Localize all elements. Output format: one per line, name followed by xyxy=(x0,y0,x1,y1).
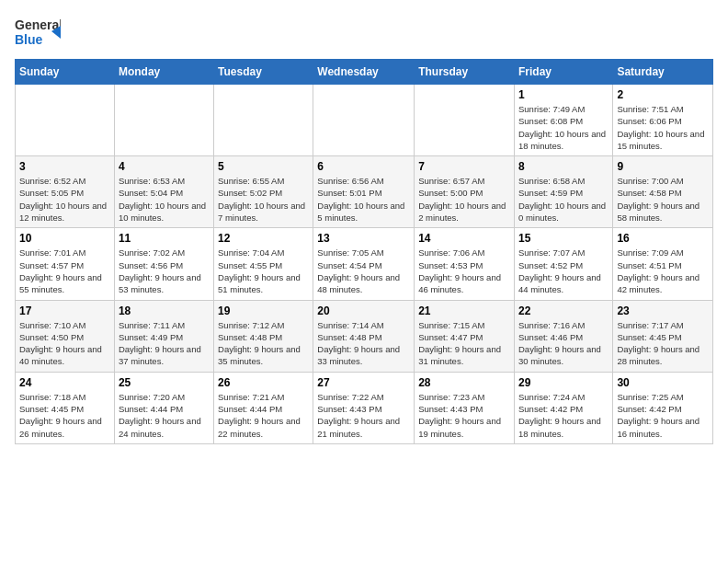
day-cell: 2Sunrise: 7:51 AM Sunset: 6:06 PM Daylig… xyxy=(613,85,713,156)
day-info: Sunrise: 6:58 AM Sunset: 4:59 PM Dayligh… xyxy=(518,175,609,224)
day-info: Sunrise: 7:17 AM Sunset: 4:45 PM Dayligh… xyxy=(617,319,709,368)
day-number: 6 xyxy=(317,160,410,173)
day-info: Sunrise: 7:21 AM Sunset: 4:44 PM Dayligh… xyxy=(218,391,309,440)
day-cell: 22Sunrise: 7:16 AM Sunset: 4:46 PM Dayli… xyxy=(514,300,612,372)
day-cell: 1Sunrise: 7:49 AM Sunset: 6:08 PM Daylig… xyxy=(514,85,612,156)
day-info: Sunrise: 7:00 AM Sunset: 4:58 PM Dayligh… xyxy=(617,175,709,224)
day-info: Sunrise: 7:15 AM Sunset: 4:47 PM Dayligh… xyxy=(418,319,510,368)
day-number: 28 xyxy=(418,376,510,389)
day-number: 1 xyxy=(518,88,609,101)
day-cell: 14Sunrise: 7:06 AM Sunset: 4:53 PM Dayli… xyxy=(415,228,515,300)
day-number: 30 xyxy=(617,376,709,389)
day-number: 14 xyxy=(418,232,510,245)
day-cell xyxy=(114,85,213,156)
day-number: 15 xyxy=(518,232,609,245)
day-info: Sunrise: 7:16 AM Sunset: 4:46 PM Dayligh… xyxy=(518,319,609,368)
logo: GeneralBlue xyxy=(15,15,61,52)
day-cell: 13Sunrise: 7:05 AM Sunset: 4:54 PM Dayli… xyxy=(313,228,415,300)
day-info: Sunrise: 7:51 AM Sunset: 6:06 PM Dayligh… xyxy=(617,103,709,152)
day-info: Sunrise: 7:01 AM Sunset: 4:57 PM Dayligh… xyxy=(19,247,110,295)
svg-text:Blue: Blue xyxy=(15,32,43,47)
col-header-tuesday: Tuesday xyxy=(214,60,313,85)
day-info: Sunrise: 7:20 AM Sunset: 4:44 PM Dayligh… xyxy=(119,391,210,440)
col-header-wednesday: Wednesday xyxy=(313,60,415,85)
day-cell: 23Sunrise: 7:17 AM Sunset: 4:45 PM Dayli… xyxy=(613,300,713,372)
day-number: 25 xyxy=(119,376,210,389)
day-info: Sunrise: 6:53 AM Sunset: 5:04 PM Dayligh… xyxy=(119,175,210,224)
day-cell: 3Sunrise: 6:52 AM Sunset: 5:05 PM Daylig… xyxy=(16,156,115,228)
day-info: Sunrise: 7:23 AM Sunset: 4:43 PM Dayligh… xyxy=(418,391,510,440)
day-cell: 5Sunrise: 6:55 AM Sunset: 5:02 PM Daylig… xyxy=(214,156,313,228)
day-cell: 29Sunrise: 7:24 AM Sunset: 4:42 PM Dayli… xyxy=(514,372,612,443)
day-info: Sunrise: 7:12 AM Sunset: 4:48 PM Dayligh… xyxy=(218,319,309,368)
day-cell: 15Sunrise: 7:07 AM Sunset: 4:52 PM Dayli… xyxy=(514,228,612,300)
col-header-sunday: Sunday xyxy=(16,60,115,85)
day-info: Sunrise: 7:25 AM Sunset: 4:42 PM Dayligh… xyxy=(617,391,709,440)
day-number: 8 xyxy=(518,160,609,173)
day-cell xyxy=(415,85,515,156)
day-number: 3 xyxy=(19,160,110,173)
day-cell: 17Sunrise: 7:10 AM Sunset: 4:50 PM Dayli… xyxy=(16,300,115,372)
day-cell: 28Sunrise: 7:23 AM Sunset: 4:43 PM Dayli… xyxy=(415,372,515,443)
day-number: 12 xyxy=(218,232,309,245)
day-cell: 10Sunrise: 7:01 AM Sunset: 4:57 PM Dayli… xyxy=(16,228,115,300)
day-cell: 21Sunrise: 7:15 AM Sunset: 4:47 PM Dayli… xyxy=(415,300,515,372)
col-header-thursday: Thursday xyxy=(415,60,515,85)
day-info: Sunrise: 7:18 AM Sunset: 4:45 PM Dayligh… xyxy=(19,391,110,440)
day-cell: 7Sunrise: 6:57 AM Sunset: 5:00 PM Daylig… xyxy=(415,156,515,228)
day-cell xyxy=(313,85,415,156)
day-cell: 26Sunrise: 7:21 AM Sunset: 4:44 PM Dayli… xyxy=(214,372,313,443)
day-number: 22 xyxy=(518,304,609,317)
day-number: 13 xyxy=(317,232,410,245)
col-header-friday: Friday xyxy=(514,60,612,85)
day-number: 16 xyxy=(617,232,709,245)
day-cell: 30Sunrise: 7:25 AM Sunset: 4:42 PM Dayli… xyxy=(613,372,713,443)
day-cell: 8Sunrise: 6:58 AM Sunset: 4:59 PM Daylig… xyxy=(514,156,612,228)
day-number: 5 xyxy=(218,160,309,173)
day-number: 26 xyxy=(218,376,309,389)
day-cell: 27Sunrise: 7:22 AM Sunset: 4:43 PM Dayli… xyxy=(313,372,415,443)
day-number: 4 xyxy=(119,160,210,173)
week-row-0: 1Sunrise: 7:49 AM Sunset: 6:08 PM Daylig… xyxy=(16,85,713,156)
day-cell: 25Sunrise: 7:20 AM Sunset: 4:44 PM Dayli… xyxy=(114,372,213,443)
week-row-2: 10Sunrise: 7:01 AM Sunset: 4:57 PM Dayli… xyxy=(16,228,713,300)
day-cell: 24Sunrise: 7:18 AM Sunset: 4:45 PM Dayli… xyxy=(16,372,115,443)
day-number: 17 xyxy=(19,304,110,317)
col-header-saturday: Saturday xyxy=(613,60,713,85)
day-info: Sunrise: 7:05 AM Sunset: 4:54 PM Dayligh… xyxy=(317,247,410,295)
day-info: Sunrise: 7:07 AM Sunset: 4:52 PM Dayligh… xyxy=(518,247,609,295)
day-number: 18 xyxy=(119,304,210,317)
day-number: 10 xyxy=(19,232,110,245)
day-cell: 18Sunrise: 7:11 AM Sunset: 4:49 PM Dayli… xyxy=(114,300,213,372)
day-info: Sunrise: 7:04 AM Sunset: 4:55 PM Dayligh… xyxy=(218,247,309,295)
day-info: Sunrise: 7:22 AM Sunset: 4:43 PM Dayligh… xyxy=(317,391,410,440)
day-info: Sunrise: 6:52 AM Sunset: 5:05 PM Dayligh… xyxy=(19,175,110,224)
week-row-3: 17Sunrise: 7:10 AM Sunset: 4:50 PM Dayli… xyxy=(16,300,713,372)
day-number: 2 xyxy=(617,88,709,101)
day-info: Sunrise: 7:49 AM Sunset: 6:08 PM Dayligh… xyxy=(518,103,609,152)
day-number: 19 xyxy=(218,304,309,317)
day-cell: 9Sunrise: 7:00 AM Sunset: 4:58 PM Daylig… xyxy=(613,156,713,228)
day-info: Sunrise: 7:06 AM Sunset: 4:53 PM Dayligh… xyxy=(418,247,510,295)
day-info: Sunrise: 7:02 AM Sunset: 4:56 PM Dayligh… xyxy=(119,247,210,295)
week-row-1: 3Sunrise: 6:52 AM Sunset: 5:05 PM Daylig… xyxy=(16,156,713,228)
day-cell: 6Sunrise: 6:56 AM Sunset: 5:01 PM Daylig… xyxy=(313,156,415,228)
day-number: 9 xyxy=(617,160,709,173)
day-info: Sunrise: 7:24 AM Sunset: 4:42 PM Dayligh… xyxy=(518,391,609,440)
col-header-monday: Monday xyxy=(114,60,213,85)
day-cell: 11Sunrise: 7:02 AM Sunset: 4:56 PM Dayli… xyxy=(114,228,213,300)
day-info: Sunrise: 6:57 AM Sunset: 5:00 PM Dayligh… xyxy=(418,175,510,224)
day-cell xyxy=(214,85,313,156)
day-info: Sunrise: 6:56 AM Sunset: 5:01 PM Dayligh… xyxy=(317,175,410,224)
day-number: 27 xyxy=(317,376,410,389)
day-cell: 12Sunrise: 7:04 AM Sunset: 4:55 PM Dayli… xyxy=(214,228,313,300)
header: GeneralBlue xyxy=(15,15,713,52)
day-number: 7 xyxy=(418,160,510,173)
day-cell xyxy=(16,85,115,156)
calendar-header-row: SundayMondayTuesdayWednesdayThursdayFrid… xyxy=(16,60,713,85)
day-info: Sunrise: 7:09 AM Sunset: 4:51 PM Dayligh… xyxy=(617,247,709,295)
day-number: 29 xyxy=(518,376,609,389)
day-info: Sunrise: 6:55 AM Sunset: 5:02 PM Dayligh… xyxy=(218,175,309,224)
week-row-4: 24Sunrise: 7:18 AM Sunset: 4:45 PM Dayli… xyxy=(16,372,713,443)
day-number: 11 xyxy=(119,232,210,245)
